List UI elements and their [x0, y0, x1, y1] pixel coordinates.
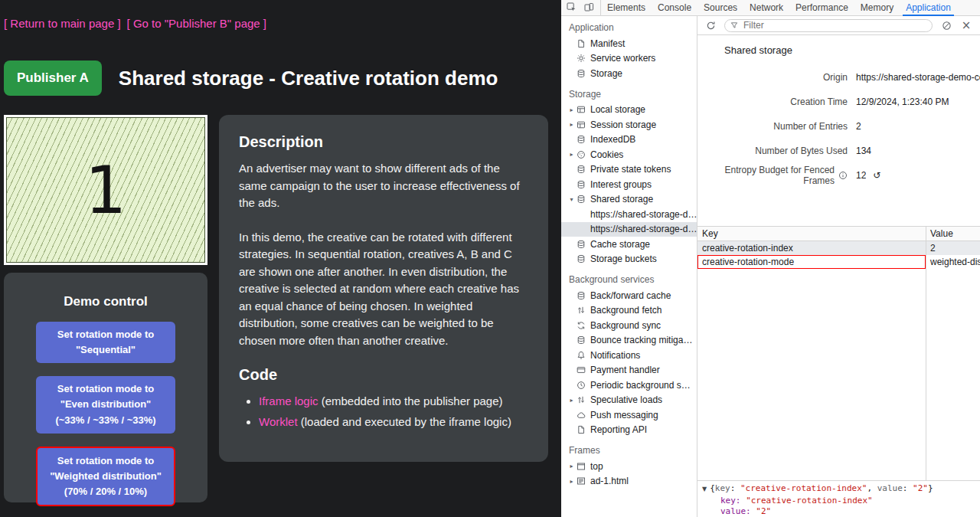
metadata-label: Origin — [697, 72, 848, 83]
sidebar-item[interactable]: Payment handler — [561, 363, 697, 378]
sidebar-item[interactable]: https://shared-storage-d… — [561, 222, 697, 237]
chevron-right-icon[interactable]: ▸ — [567, 106, 576, 113]
creative-number: 1 — [85, 157, 127, 223]
column-header-key[interactable]: Key — [697, 228, 926, 239]
database-icon — [576, 179, 586, 189]
storage-table-rows: creative-rotation-index2creative-rotatio… — [697, 241, 980, 269]
devtools-toolbar: × — [697, 16, 980, 35]
inspect-element-icon[interactable] — [567, 2, 577, 13]
sidebar-item[interactable]: Private state tokens — [561, 162, 697, 178]
database-icon — [576, 165, 586, 175]
sidebar-item-label: top — [590, 461, 697, 472]
devtools-tabs: ElementsConsoleSourcesNetworkPerformance… — [601, 0, 957, 15]
cookie-icon — [576, 149, 586, 159]
chevron-right-icon[interactable]: ▸ — [567, 151, 576, 158]
code-link[interactable]: Worklet — [259, 415, 298, 428]
refresh-icon[interactable] — [704, 19, 717, 31]
sidebar-item-label: Payment handler — [590, 365, 697, 375]
chevron-right-icon[interactable]: ▸ — [567, 478, 576, 485]
sidebar-item[interactable]: ▸Local storage — [561, 103, 697, 118]
preview-entry-value: "2" — [756, 506, 771, 516]
devtools-tool-icons — [561, 0, 601, 15]
sidebar-item[interactable]: Background sync — [561, 318, 697, 333]
sidebar-item[interactable]: Service workers — [561, 51, 697, 67]
description-panel: Description An advertiser may want to sh… — [219, 115, 548, 462]
sidebar-item[interactable]: ▸ad-1.html — [561, 474, 697, 489]
cell-value: 2 — [926, 243, 980, 254]
filter-box[interactable] — [724, 19, 933, 32]
devtools-tab-elements[interactable]: Elements — [601, 0, 652, 15]
devtools-tabbar: ElementsConsoleSourcesNetworkPerformance… — [561, 0, 980, 16]
preview-prop-value: "2" — [913, 483, 928, 493]
cloud-icon — [576, 410, 586, 420]
devtools-tab-application[interactable]: Application — [900, 0, 957, 15]
filter-input[interactable] — [742, 19, 926, 31]
sidebar-item[interactable]: Storage — [561, 66, 697, 81]
devtools-tab-performance[interactable]: Performance — [789, 0, 854, 15]
nav-link[interactable]: [ Return to main page ] — [4, 17, 121, 30]
sidebar-item-label: Local storage — [590, 104, 697, 115]
chevron-right-icon[interactable]: ▸ — [567, 463, 576, 470]
table-row[interactable]: creative-rotation-modeweighted-distribut… — [697, 255, 980, 269]
sidebar-item[interactable]: Bounce tracking mitiga… — [561, 333, 697, 348]
sidebar-item[interactable]: Push messaging — [561, 407, 697, 423]
sidebar-item-label: Session storage — [590, 119, 697, 130]
code-link[interactable]: Iframe logic — [259, 394, 318, 407]
chevron-right-icon[interactable]: ▸ — [567, 121, 576, 128]
sidebar-item-label: ad-1.html — [590, 476, 697, 486]
bell-icon — [576, 350, 586, 360]
table-row[interactable]: creative-rotation-index2 — [697, 241, 980, 255]
sidebar-item[interactable]: Periodic background s… — [561, 378, 697, 393]
ad-creative-frame[interactable]: 1 — [4, 115, 207, 265]
sidebar-item[interactable]: https://shared-storage-d… — [561, 207, 697, 222]
sidebar-item[interactable]: Notifications — [561, 348, 697, 363]
sidebar-item[interactable]: Interest groups — [561, 177, 697, 192]
devtools-panel: ElementsConsoleSourcesNetworkPerformance… — [561, 0, 980, 517]
devtools-tab-sources[interactable]: Sources — [697, 0, 743, 15]
preview-expander-icon[interactable]: ▼ — [702, 486, 707, 492]
manifest-document-icon — [576, 425, 586, 435]
sidebar-item[interactable]: ▸Session storage — [561, 117, 697, 133]
sidebar-item[interactable]: Reporting API — [561, 423, 697, 438]
preview-summary: ▼{key: "creative-rotation-index", value:… — [702, 483, 975, 496]
devtools-tab-network[interactable]: Network — [743, 0, 789, 15]
metadata-row: Entropy Budget for Fenced Frames12↺ — [697, 163, 980, 188]
cell-key: creative-rotation-index — [697, 243, 926, 254]
column-header-value[interactable]: Value — [926, 228, 980, 239]
rotation-mode-button[interactable]: Set rotation mode to"Weighted distributi… — [36, 447, 175, 506]
close-icon[interactable]: × — [960, 19, 972, 31]
info-icon[interactable] — [838, 171, 848, 181]
column-divider[interactable] — [926, 227, 926, 480]
sidebar-item-label: https://shared-storage-d… — [590, 224, 697, 234]
reset-budget-icon[interactable]: ↺ — [873, 170, 880, 181]
sidebar-item[interactable]: IndexedDB — [561, 133, 697, 148]
chevron-right-icon[interactable]: ▸ — [567, 397, 576, 404]
creative-column: 1 Demo control Set rotation mode to"Sequ… — [4, 115, 207, 502]
sidebar-item-label: Service workers — [590, 53, 697, 64]
sidebar-item[interactable]: ▸top — [561, 459, 697, 474]
preview-entry-name: value: — [720, 506, 756, 516]
sidebar-section-title: Storage — [561, 81, 697, 103]
payment-card-icon — [576, 365, 586, 375]
preview-prop-name: value — [877, 483, 903, 493]
sidebar-item[interactable]: Background fetch — [561, 303, 697, 319]
devtools-tab-console[interactable]: Console — [652, 0, 697, 15]
sidebar-item[interactable]: Storage buckets — [561, 252, 697, 267]
cell-value: weighted-distribution — [926, 257, 980, 267]
sidebar-item[interactable]: ▸Speculative loads — [561, 393, 697, 408]
chevron-down-icon[interactable]: ▾ — [567, 196, 576, 203]
devtools-tab-memory[interactable]: Memory — [854, 0, 900, 15]
nav-link[interactable]: [ Go to "Publisher B" page ] — [127, 17, 266, 30]
demo-control-panel: Demo control Set rotation mode to"Sequen… — [4, 273, 207, 502]
sidebar-item[interactable]: Manifest — [561, 36, 697, 51]
device-toolbar-icon[interactable] — [584, 2, 595, 13]
sidebar-item[interactable]: ▸Cookies — [561, 147, 697, 162]
table-header: Key Value — [697, 227, 980, 241]
block-icon[interactable] — [940, 19, 952, 31]
rotation-mode-button[interactable]: Set rotation mode to"Sequential" — [36, 322, 175, 363]
code-list-item: Iframe logic (embedded into the publishe… — [259, 393, 528, 411]
rotation-mode-button[interactable]: Set rotation mode to"Even distribution"(… — [36, 376, 175, 433]
sidebar-item[interactable]: Back/forward cache — [561, 288, 697, 303]
sidebar-item[interactable]: Cache storage — [561, 237, 697, 252]
sidebar-item[interactable]: ▾Shared storage — [561, 192, 697, 208]
